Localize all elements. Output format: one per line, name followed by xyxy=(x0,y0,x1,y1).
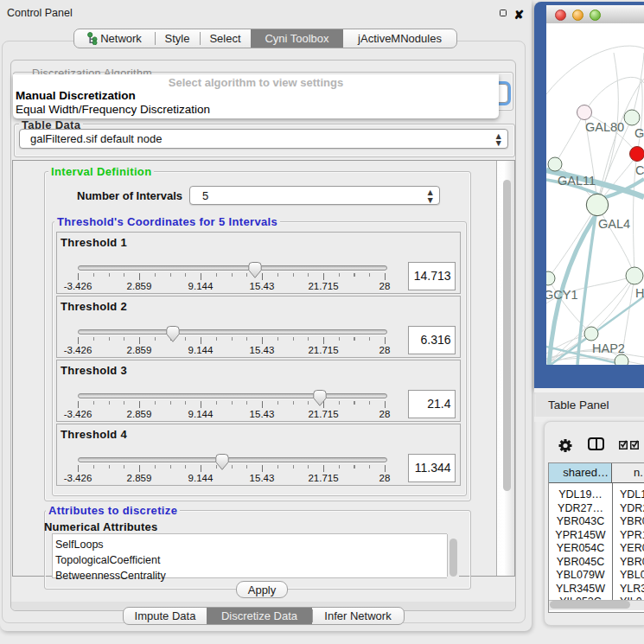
svg-text:H: H xyxy=(635,286,644,300)
svg-text:GA: GA xyxy=(634,126,644,140)
svg-text:C: C xyxy=(635,163,644,177)
svg-text:GAL11: GAL11 xyxy=(558,174,596,188)
svg-text:HAP2: HAP2 xyxy=(592,341,625,355)
svg-text:GAL4: GAL4 xyxy=(598,217,630,231)
svg-text:GCY1: GCY1 xyxy=(546,288,578,302)
svg-text:GAL80: GAL80 xyxy=(585,120,624,134)
